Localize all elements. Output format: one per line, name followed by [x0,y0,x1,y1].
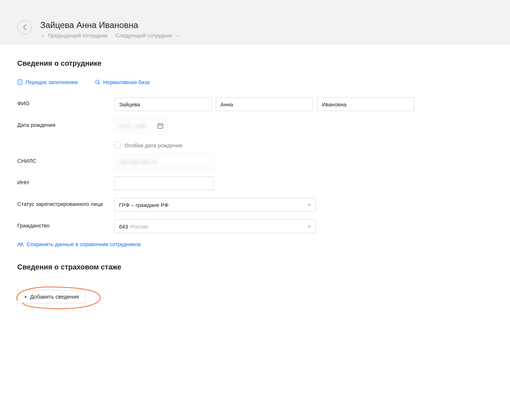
svg-rect-4 [158,124,163,128]
snils-input[interactable] [114,155,214,169]
section-employee-title: Сведения о сотруднике [17,59,414,68]
svg-point-9 [21,243,23,244]
snils-label: СНИЛС [17,155,114,164]
add-info-label: Добавить сведения [30,294,79,300]
arrow-left-icon: ← [40,32,46,38]
page-title: Зайцева Анна Ивановна [40,20,180,30]
citizenship-select[interactable]: 643 Россия [114,220,316,233]
special-birthdate-checkbox[interactable] [114,142,121,148]
next-employee-label: Следующий сотрудник [115,32,172,38]
chevron-down-icon [307,224,311,229]
chevron-left-icon [22,24,27,31]
normative-label: Нормативная база [103,79,150,85]
fill-order-link[interactable]: ? Порядок заполнения [17,79,78,85]
svg-text:?: ? [19,80,21,84]
birthdate-label: Дата рождения [17,119,114,128]
save-to-directory-link[interactable]: Сохранить данные в справочник сотруднико… [17,241,414,247]
status-value: ГРФ – граждане РФ [119,202,168,208]
special-birthdate-label: Особая дата рождения [124,142,182,148]
firstname-input[interactable] [216,97,313,111]
section-insurance-title: Сведения о страховом стаже [17,263,414,271]
lastname-input[interactable] [114,97,211,111]
citizenship-label: Гражданство [17,220,114,229]
normative-link[interactable]: Нормативная база [95,79,150,85]
inn-label: ИНН [17,176,114,185]
status-select[interactable]: ГРФ – граждане РФ [114,198,316,212]
svg-point-2 [96,80,99,83]
arrow-right-icon: → [174,32,180,38]
next-employee-link[interactable]: Следующий сотрудник → [115,32,180,38]
people-icon [17,242,24,247]
fill-order-label: Порядок заполнения [26,79,78,85]
patronymic-input[interactable] [317,97,414,111]
svg-point-8 [18,243,20,244]
header-bar: Зайцева Анна Ивановна ← Предыдущий сотру… [0,0,510,45]
svg-line-3 [99,83,100,84]
add-info-button[interactable]: + Добавить сведения [17,290,86,303]
save-to-directory-label: Сохранить данные в справочник сотруднико… [27,241,141,247]
plus-icon: + [24,294,27,300]
fio-label: ФИО [17,97,114,106]
prev-employee-label: Предыдущий сотрудник [48,32,108,38]
citizenship-name: Россия [130,223,148,230]
inn-input[interactable] [114,176,214,190]
chevron-down-icon [307,203,311,207]
calendar-icon[interactable] [158,123,163,129]
prev-employee-link[interactable]: ← Предыдущий сотрудник [40,32,108,38]
status-label: Статус зарегистрированного лица [17,198,114,207]
back-button[interactable] [17,20,32,34]
citizenship-code: 643 [119,223,128,230]
search-icon [95,79,100,85]
help-icon: ? [17,79,23,85]
